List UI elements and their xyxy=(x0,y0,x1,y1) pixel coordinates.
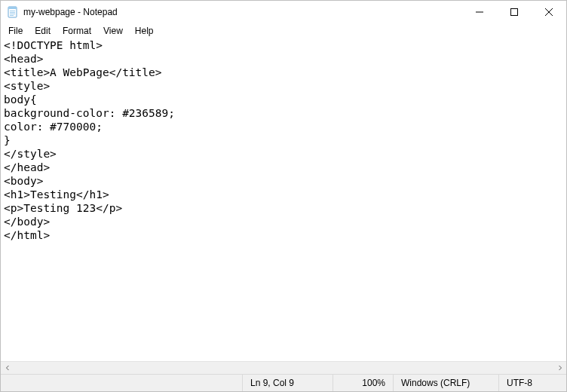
close-button[interactable] xyxy=(532,1,566,23)
maximize-button[interactable] xyxy=(497,1,532,23)
scroll-left-button[interactable] xyxy=(1,362,14,375)
svg-line-9 xyxy=(545,8,553,16)
close-icon xyxy=(545,8,553,16)
status-line-ending: Windows (CRLF) xyxy=(393,375,498,391)
horizontal-scrollbar[interactable] xyxy=(1,361,566,374)
statusbar: Ln 9, Col 9 100% Windows (CRLF) UTF-8 xyxy=(1,374,566,391)
text-editor[interactable]: <!DOCTYPE html> <head> <title>A WebPage<… xyxy=(1,38,566,361)
menu-view[interactable]: View xyxy=(97,25,129,38)
menu-file[interactable]: File xyxy=(2,25,29,38)
notepad-icon xyxy=(7,6,19,18)
minimize-button[interactable] xyxy=(462,1,497,23)
maximize-icon xyxy=(510,8,518,16)
status-spacer xyxy=(1,375,242,391)
status-encoding: UTF-8 xyxy=(498,375,566,391)
editor-content: <!DOCTYPE html> <head> <title>A WebPage<… xyxy=(1,38,566,242)
scroll-right-button[interactable] xyxy=(553,362,566,375)
svg-line-8 xyxy=(545,8,553,16)
status-position: Ln 9, Col 9 xyxy=(242,375,333,391)
status-zoom: 100% xyxy=(333,375,393,391)
menu-help[interactable]: Help xyxy=(129,25,160,38)
chevron-right-icon xyxy=(557,365,563,371)
menu-format[interactable]: Format xyxy=(57,25,97,38)
menu-edit[interactable]: Edit xyxy=(29,25,57,38)
scroll-track[interactable] xyxy=(14,362,553,375)
minimize-icon xyxy=(476,8,483,16)
titlebar: my-webpage - Notepad xyxy=(1,1,566,23)
menubar: File Edit Format View Help xyxy=(1,23,566,38)
window-title: my-webpage - Notepad xyxy=(23,7,118,17)
svg-rect-7 xyxy=(511,9,518,16)
chevron-left-icon xyxy=(5,365,11,371)
notepad-window: my-webpage - Notepad File Edit Format Vi… xyxy=(0,0,567,392)
svg-rect-1 xyxy=(8,7,17,9)
